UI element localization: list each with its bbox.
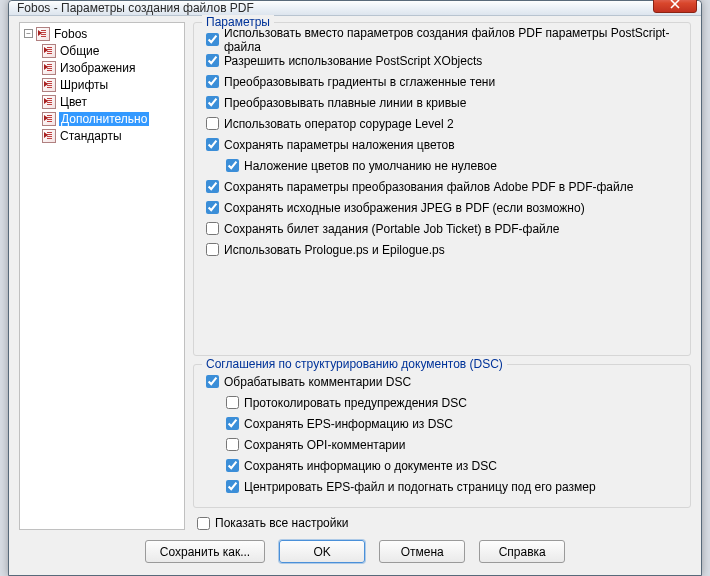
titlebar: Fobos - Параметры создания файлов PDF xyxy=(9,1,701,16)
collapse-icon[interactable]: − xyxy=(24,29,33,38)
checkbox-row: Использовать Prologue.ps и Epilogue.ps xyxy=(206,241,682,258)
settings-panel: Параметры Использовать вместо параметров… xyxy=(193,22,691,530)
option-label: Наложение цветов по умолчанию не нулевое xyxy=(244,159,497,173)
window-title: Fobos - Параметры создания файлов PDF xyxy=(17,1,254,15)
tree-item-fonts[interactable]: Шрифты xyxy=(20,76,184,93)
tree-item-color[interactable]: Цвет xyxy=(20,93,184,110)
tree-label: Fobos xyxy=(53,27,88,41)
checkbox-row: Наложение цветов по умолчанию не нулевое xyxy=(226,157,682,174)
option-checkbox[interactable] xyxy=(226,459,239,472)
tree-label: Дополнительно xyxy=(59,112,149,126)
pdf-icon xyxy=(36,27,50,41)
pdf-icon xyxy=(42,78,56,92)
option-checkbox[interactable] xyxy=(226,417,239,430)
option-label: Обрабатывать комментарии DSC xyxy=(224,375,411,389)
option-label: Сохранять билет задания (Portable Job Ti… xyxy=(224,222,559,236)
checkbox-row: Преобразовывать градиенты в сглаженные т… xyxy=(206,73,682,90)
option-label: Сохранять EPS-информацию из DSC xyxy=(244,417,453,431)
group-title: Параметры xyxy=(202,15,274,29)
tree-item-general[interactable]: Общие xyxy=(20,42,184,59)
close-button[interactable] xyxy=(653,0,697,13)
option-checkbox[interactable] xyxy=(226,480,239,493)
checkbox-row: Сохранять EPS-информацию из DSC xyxy=(226,415,682,432)
checkbox-row: Использовать оператор copypage Level 2 xyxy=(206,115,682,132)
option-checkbox[interactable] xyxy=(226,396,239,409)
checkbox-row: Центрировать EPS-файл и подогнать страни… xyxy=(226,478,682,495)
show-all-checkbox[interactable] xyxy=(197,517,210,530)
option-label: Сохранять информацию о документе из DSC xyxy=(244,459,497,473)
help-button[interactable]: Справка xyxy=(479,540,565,563)
dialog-window: Fobos - Параметры создания файлов PDF − … xyxy=(8,0,702,576)
option-checkbox[interactable] xyxy=(206,75,219,88)
option-checkbox[interactable] xyxy=(206,54,219,67)
option-checkbox[interactable] xyxy=(206,243,219,256)
option-label: Преобразовывать градиенты в сглаженные т… xyxy=(224,75,495,89)
tree-label: Стандарты xyxy=(59,129,123,143)
save-as-button[interactable]: Сохранить как... xyxy=(145,540,265,563)
checkbox-row: Преобразовывать плавные линии в кривые xyxy=(206,94,682,111)
group-dsc: Соглашения по структурированию документо… xyxy=(193,364,691,508)
option-checkbox[interactable] xyxy=(206,117,219,130)
option-label: Сохранять параметры наложения цветов xyxy=(224,138,455,152)
checkbox-row: Протоколировать предупреждения DSC xyxy=(226,394,682,411)
option-label: Протоколировать предупреждения DSC xyxy=(244,396,467,410)
checkbox-row: Использовать вместо параметров создания … xyxy=(206,31,682,48)
tree-label: Общие xyxy=(59,44,100,58)
tree-item-standards[interactable]: Стандарты xyxy=(20,127,184,144)
checkbox-row: Разрешить использование PostScript XObje… xyxy=(206,52,682,69)
option-checkbox[interactable] xyxy=(226,438,239,451)
pdf-icon xyxy=(42,61,56,75)
tree-item-images[interactable]: Изображения xyxy=(20,59,184,76)
pdf-icon xyxy=(42,112,56,126)
checkbox-row: Сохранять параметры преобразования файло… xyxy=(206,178,682,195)
option-label: Разрешить использование PostScript XObje… xyxy=(224,54,482,68)
tree-label: Цвет xyxy=(59,95,88,109)
option-label: Сохранять OPI-комментарии xyxy=(244,438,405,452)
group-title: Соглашения по структурированию документо… xyxy=(202,357,507,371)
checkbox-row: Сохранять исходные изображения JPEG в PD… xyxy=(206,199,682,216)
option-label: Сохранять параметры преобразования файло… xyxy=(224,180,633,194)
option-checkbox[interactable] xyxy=(206,222,219,235)
show-all-label: Показать все настройки xyxy=(215,516,348,530)
option-checkbox[interactable] xyxy=(206,375,219,388)
checkbox-row: Обрабатывать комментарии DSC xyxy=(206,373,682,390)
option-checkbox[interactable] xyxy=(206,180,219,193)
group-parameters: Параметры Использовать вместо параметров… xyxy=(193,22,691,356)
option-label: Центрировать EPS-файл и подогнать страни… xyxy=(244,480,596,494)
pdf-icon xyxy=(42,129,56,143)
cancel-button[interactable]: Отмена xyxy=(379,540,465,563)
pdf-icon xyxy=(42,95,56,109)
button-bar: Сохранить как... OK Отмена Справка xyxy=(9,530,701,576)
ok-button[interactable]: OK xyxy=(279,540,365,563)
pdf-icon xyxy=(42,44,56,58)
checkbox-row: Сохранять билет задания (Portable Job Ti… xyxy=(206,220,682,237)
checkbox-row: Сохранять OPI-комментарии xyxy=(226,436,682,453)
option-checkbox[interactable] xyxy=(226,159,239,172)
tree-label: Шрифты xyxy=(59,78,109,92)
checkbox-row: Сохранять информацию о документе из DSC xyxy=(226,457,682,474)
checkbox-row: Сохранять параметры наложения цветов xyxy=(206,136,682,153)
option-label: Преобразовывать плавные линии в кривые xyxy=(224,96,466,110)
tree-label: Изображения xyxy=(59,61,136,75)
option-checkbox[interactable] xyxy=(206,201,219,214)
option-checkbox[interactable] xyxy=(206,33,219,46)
option-label: Использовать Prologue.ps и Epilogue.ps xyxy=(224,243,445,257)
option-label: Использовать вместо параметров создания … xyxy=(224,26,682,54)
option-checkbox[interactable] xyxy=(206,138,219,151)
option-label: Сохранять исходные изображения JPEG в PD… xyxy=(224,201,585,215)
tree-item-advanced[interactable]: Дополнительно xyxy=(20,110,184,127)
close-icon xyxy=(670,0,680,9)
content-area: − Fobos Общие Изображения Шрифты Цвет xyxy=(9,16,701,530)
nav-tree[interactable]: − Fobos Общие Изображения Шрифты Цвет xyxy=(19,22,185,530)
show-all-row: Показать все настройки xyxy=(197,516,691,530)
tree-root-fobos[interactable]: − Fobos xyxy=(20,25,184,42)
option-label: Использовать оператор copypage Level 2 xyxy=(224,117,454,131)
option-checkbox[interactable] xyxy=(206,96,219,109)
